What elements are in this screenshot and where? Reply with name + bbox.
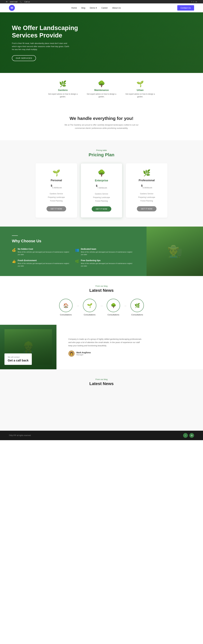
callback-big-text: Get a call back	[8, 359, 28, 362]
why-content: Why Choose Us 💰 No hidden Cost Most of t…	[0, 226, 146, 276]
personal-plan-name: Personal	[40, 179, 73, 182]
urban-desc: Get expert advice on how to design a gar…	[125, 93, 155, 98]
enterprise-plan-name: Enterprise	[85, 179, 118, 182]
nav-career[interactable]: Career	[101, 7, 108, 9]
why-item-free-tips: 🌿 Free Gardening tips Most of the vehicl…	[75, 259, 135, 267]
dedicated-team-desc: Most of the vehicles get damaged just be…	[81, 251, 135, 256]
why-image: 👨‍🌾	[146, 226, 203, 276]
fresh-env-icon: 👍	[12, 260, 16, 264]
callback-small-text: We will contact	[8, 356, 28, 358]
contact-us-button[interactable]: Contact Us	[177, 5, 194, 10]
email-label: seed mail	[10, 1, 18, 3]
enterprise-plan-button[interactable]: GET IT NOW	[92, 206, 112, 212]
news-item-1[interactable]: 🏠 Consultations	[59, 299, 72, 316]
news-item-3[interactable]: 🌳 Consultations	[107, 299, 120, 316]
news-arrow-3: →	[124, 304, 127, 311]
urban-icon: 🌱	[125, 80, 155, 87]
pricing-card-personal: 🌱 Personal $5.99/Month Gardens ServicePr…	[36, 163, 77, 218]
chevron-down-icon: ▾	[96, 7, 97, 9]
news-item-2[interactable]: 🌱 Consultations	[83, 299, 96, 316]
our-services-button[interactable]: OUR SERVICES	[12, 55, 36, 61]
professional-plan-price: $9.99/Month	[130, 184, 163, 190]
hero-description: Fruit is their fill meat, hath abundantl…	[12, 42, 71, 51]
enterprise-plan-icon: 🌳	[85, 169, 118, 177]
free-tips-title: Free Gardening tips	[81, 259, 135, 262]
personal-plan-price: $5.99/Month	[40, 184, 73, 190]
pricing-card-enterprise: 🌳 Enterprise $7.99/Month Gardens Service…	[81, 163, 122, 218]
pricing-section: Pricing table Pricing Plan 🌱 Personal $5…	[0, 140, 203, 226]
twitter-icon[interactable]: t	[194, 0, 194, 3]
service-item-gardens: 🌿 Gardens Get expert advice on how to de…	[48, 80, 78, 98]
why-item-dedicated-team: 👥 Dedicated team Most of the vehicles ge…	[75, 248, 135, 256]
personal-plan-icon: 🌱	[40, 169, 73, 176]
pricing-card-professional: 🌿 Professional $9.99/Month Gardens Servi…	[126, 163, 168, 218]
professional-plan-features: Gardens ServicePreparing LandscapeForest…	[130, 192, 163, 203]
personal-plan-button[interactable]: GET IT NOW	[46, 206, 66, 212]
phone-label: Call us	[24, 1, 30, 3]
no-cost-title: No hidden Cost	[18, 248, 72, 250]
facebook-icon[interactable]: f	[192, 0, 192, 3]
personal-plan-features: Gardens ServicePreparing LandscapeForest…	[40, 192, 73, 203]
callback-box: We will contact Get a call back	[4, 354, 32, 365]
callback-content-inner: Company is made up of a group of highly …	[68, 338, 143, 356]
news-label-3: Consultations	[107, 314, 120, 316]
fresh-env-title: Fresh Environment	[18, 259, 72, 262]
professional-plan-name: Professional	[130, 179, 163, 182]
nav-links: Home blog Demo ▾ Career About Us	[71, 7, 121, 9]
person-name: Mark Angilona	[76, 351, 91, 354]
enterprise-plan-features: Gardens ServicePreparing LandscapeForest…	[85, 192, 118, 203]
handle-description: We at The Gardeny are proud to offer car…	[64, 123, 139, 130]
news1-title: Latest News	[12, 288, 191, 293]
phone-icon: 📞	[20, 1, 22, 3]
professional-plan-icon: 🌿	[130, 169, 163, 176]
fresh-env-desc: Most of the vehicles get damaged just be…	[18, 262, 72, 267]
maintenance-desc: Get expert advice on how to design a gar…	[87, 93, 116, 98]
news-circle-4: 🌿	[130, 299, 144, 312]
navbar: W Home blog Demo ▾ Career About Us Conta…	[0, 4, 203, 12]
top-bar: ✉ seed mail 📞 Call us f t in	[0, 0, 203, 4]
news2-title: Latest News	[12, 381, 191, 386]
nav-about[interactable]: About Us	[112, 7, 121, 9]
news-circle-1: 🏠	[59, 299, 72, 312]
news-label-1: Consultations	[59, 314, 72, 316]
pricing-label: Pricing table	[12, 149, 191, 152]
hero-section: We Offer Landscaping Services Provide Fr…	[0, 12, 203, 73]
news-arrow-1: →	[76, 304, 79, 311]
nav-blog[interactable]: blog	[81, 7, 85, 9]
nav-demo[interactable]: Demo ▾	[90, 7, 97, 9]
top-bar-left: ✉ seed mail 📞 Call us	[6, 1, 30, 3]
news-circle-3: 🌳	[107, 299, 120, 312]
news-section-2: From our blog Latest News	[0, 369, 203, 431]
service-item-maintenance: 🌳 Maintenance Get expert advice on how t…	[87, 80, 116, 98]
logo[interactable]: W	[9, 5, 15, 11]
hero-content: We Offer Landscaping Services Provide Fr…	[12, 24, 89, 61]
settings-button[interactable]: ⚙	[189, 433, 194, 438]
news-label-2: Consultations	[83, 314, 96, 316]
enterprise-plan-price: $7.99/Month	[85, 184, 118, 190]
professional-plan-button[interactable]: GET IT NOW	[137, 206, 157, 212]
top-bar-right: f t in	[192, 0, 197, 3]
gardens-title: Gardens	[48, 89, 78, 92]
services-strip: 🌿 Gardens Get expert advice on how to de…	[0, 73, 203, 106]
maintenance-title: Maintenance	[87, 89, 116, 92]
news-item-4[interactable]: 🌿 Consultations	[130, 299, 144, 316]
handle-section: We handle everything for you! We at The …	[0, 106, 203, 140]
no-cost-icon: 💰	[12, 248, 16, 252]
footer-copyright: ©Wp PIP all rights reserved	[9, 434, 31, 436]
why-section: Why Choose Us 💰 No hidden Cost Most of t…	[0, 226, 203, 276]
nav-home[interactable]: Home	[71, 7, 77, 9]
linkedin-icon[interactable]: in	[196, 0, 197, 3]
maintenance-icon: 🌳	[87, 80, 116, 87]
pricing-title: Pricing Plan	[12, 152, 191, 157]
callback-content: Company is made up of a group of highly …	[56, 325, 203, 369]
news-items: 🏠 Consultations → 🌱 Consultations → 🌳 Co…	[12, 299, 191, 316]
why-item-fresh-env: 👍 Fresh Environment Most of the vehicles…	[12, 259, 72, 267]
news2-label: From our blog	[12, 378, 191, 380]
why-item-no-cost: 💰 No hidden Cost Most of the vehicles ge…	[12, 248, 72, 256]
dedicated-team-title: Dedicated team	[81, 248, 135, 250]
callback-person: 👩 Mark Angilona Manager	[68, 350, 143, 357]
scroll-up-button[interactable]: ↑	[183, 433, 188, 438]
no-cost-desc: Most of the vehicles get damaged just be…	[18, 251, 72, 256]
why-grid: 💰 No hidden Cost Most of the vehicles ge…	[12, 248, 135, 267]
free-tips-icon: 🌿	[75, 260, 79, 264]
